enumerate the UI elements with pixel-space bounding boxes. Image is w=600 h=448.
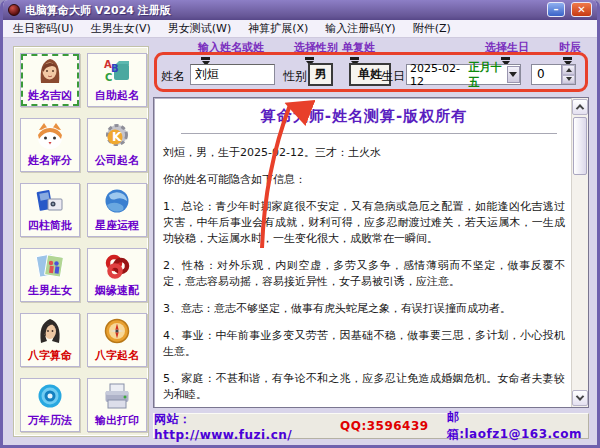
scroll-up-icon[interactable]	[572, 99, 588, 115]
woman-face-icon	[35, 56, 65, 86]
birthday-lunar-value: 正月十五	[469, 60, 507, 90]
menu-item-birthday-code[interactable]: 生日密码(U)	[13, 21, 74, 36]
sidebar-item-label: 姻缘速配	[95, 283, 139, 298]
spin-up-icon[interactable]	[562, 65, 575, 75]
gear-icon: K	[102, 121, 132, 151]
svg-text:K: K	[112, 130, 122, 144]
sidebar-item-label: 姓名吉凶	[28, 88, 72, 103]
hour-value: 0	[532, 65, 561, 84]
sidebar-item-name-fortune[interactable]: 姓名吉凶	[20, 53, 80, 107]
menu-bar: 生日密码(U) 生男生女(V) 男女测试(W) 神算扩展(X) 输入注册码(Y)…	[3, 20, 597, 38]
svg-text:C: C	[105, 72, 112, 83]
blue-rings-icon	[35, 381, 65, 411]
name-label: 姓名	[161, 68, 185, 85]
result-text: 算命大师-姓名测算-版权所有 刘烜，男，生于2025-02-12。三才：土火水 …	[154, 98, 571, 407]
title-bar: 电脑算命大师 V2024 注册版 – ✕	[3, 0, 597, 20]
sidebar: 姓名吉凶 ABC 自助起名 姓名评分 K 公司起名 四柱简批 星座运程 生男生女	[13, 46, 149, 437]
sidebar-item-horoscope[interactable]: 星座运程	[87, 183, 147, 237]
result-summary-line: 刘烜，男，生于2025-02-12。三才：土火水	[163, 145, 565, 161]
sidebar-item-label: 姓名评分	[28, 153, 72, 168]
close-button[interactable]: ✕	[571, 2, 592, 17]
hour-spinner[interactable]: 0	[531, 64, 576, 85]
result-paragraph: 1、总论：青少年时期家庭很不安定，又有急病或急厄之配置，如能逢凶化吉逃过灾害，中…	[163, 199, 565, 247]
vertical-scrollbar[interactable]	[571, 98, 588, 407]
sidebar-item-label: 四柱简批	[28, 218, 72, 233]
sidebar-item-four-pillars[interactable]: 四柱简批	[20, 183, 80, 237]
book-photo-icon	[35, 186, 65, 216]
gender-label: 性别	[283, 68, 307, 85]
qq-text: QQ:3596439	[340, 419, 429, 433]
scrollbar-thumb[interactable]	[573, 117, 587, 175]
cat-icon	[35, 121, 65, 151]
compass-icon	[102, 316, 132, 346]
hint-select-birthday: 选择生日	[485, 40, 529, 55]
naming-folder-icon: ABC	[102, 56, 132, 86]
result-paragraph: 3、意志：意志不够坚定，做事有虎头蛇尾之象，有误打误撞而成功者。	[163, 301, 565, 317]
result-paragraph: 5、家庭：不甚和谐，有争论不和之兆，应多忍让免造成婚姻危机。女命者夫妻较为和睦。	[163, 371, 565, 403]
name-input[interactable]	[190, 64, 275, 85]
window-title: 电脑算命大师 V2024 注册版	[25, 3, 171, 18]
printer-icon	[102, 381, 132, 411]
menu-item-gender-test[interactable]: 男女测试(W)	[168, 21, 231, 36]
sidebar-item-label: 自助起名	[95, 88, 139, 103]
email-text: 邮箱:laofz1@163.com	[447, 409, 588, 443]
sidebar-item-label: 八字起名	[95, 348, 139, 363]
birthday-combobox[interactable]: 2025-02-12 正月十五	[406, 64, 521, 85]
sidebar-item-label: 输出打印	[95, 413, 139, 428]
spin-down-icon[interactable]	[562, 75, 575, 85]
sidebar-item-perpetual-calendar[interactable]: 万年历法	[20, 378, 80, 432]
sidebar-item-print-output[interactable]: 输出打印	[87, 378, 147, 432]
birthday-date-value: 2025-02-12	[410, 62, 466, 88]
sidebar-item-self-naming[interactable]: ABC 自助起名	[87, 53, 147, 107]
hint-enter-name: 输入姓名或姓	[198, 40, 264, 55]
sidebar-item-name-score[interactable]: 姓名评分	[20, 118, 80, 172]
app-icon	[8, 4, 20, 16]
menu-item-register-code[interactable]: 输入注册码(Y)	[325, 21, 395, 36]
menu-item-extension[interactable]: 神算扩展(X)	[248, 21, 308, 36]
sidebar-item-label: 万年历法	[28, 413, 72, 428]
sidebar-item-company-naming[interactable]: K 公司起名	[87, 118, 147, 172]
sidebar-item-label: 八字算命	[28, 348, 72, 363]
minimize-button[interactable]: –	[547, 2, 565, 17]
result-heading: 算命大师-姓名测算-版权所有	[163, 107, 565, 126]
sidebar-item-label: 生男生女	[28, 283, 72, 298]
result-intro-line: 你的姓名可能隐含如下信息：	[163, 172, 565, 188]
menu-item-boy-girl[interactable]: 生男生女(V)	[91, 21, 151, 36]
result-paragraph: 4、事业：中年前事业多变又劳苦，因基础不稳，做事要三思，多计划，小心投机生意。	[163, 328, 565, 360]
dropdown-arrow-icon[interactable]	[507, 66, 520, 83]
result-panel: 算命大师-姓名测算-版权所有 刘烜，男，生于2025-02-12。三才：土火水 …	[153, 97, 589, 408]
red-knot-icon	[102, 251, 132, 281]
hint-surname-type: 单复姓	[342, 40, 375, 55]
sidebar-item-bazi-naming[interactable]: 八字起名	[87, 313, 147, 367]
scroll-down-icon[interactable]	[572, 390, 588, 406]
globe-icon	[102, 186, 132, 216]
result-paragraph: 2、性格：对外乐观，内则空虚，多劳又多争，感情薄弱而不坚定，做事反覆不定，意志容…	[163, 258, 565, 290]
app-window: 电脑算命大师 V2024 注册版 – ✕ 生日密码(U) 生男生女(V) 男女测…	[0, 0, 600, 448]
portrait-icon	[35, 316, 65, 346]
sidebar-item-label: 公司起名	[95, 153, 139, 168]
heading-divider	[181, 133, 557, 134]
menu-item-attachment[interactable]: 附件(Z)	[413, 21, 451, 36]
sidebar-item-marriage-match[interactable]: 姻缘速配	[87, 248, 147, 302]
hint-select-gender: 选择性别	[294, 40, 338, 55]
sidebar-item-boy-or-girl[interactable]: 生男生女	[20, 248, 80, 302]
family-photos-icon	[35, 251, 65, 281]
sidebar-item-bazi-fortune[interactable]: 八字算命	[20, 313, 80, 367]
contact-bar: 网站：http://www.fuzi.cn/ QQ:3596439 邮箱:lao…	[153, 413, 589, 439]
website-text: 网站：http://www.fuzi.cn/	[154, 411, 322, 442]
sidebar-item-label: 星座运程	[95, 218, 139, 233]
birthday-label: 生日	[381, 68, 405, 85]
gender-button[interactable]: 男	[308, 63, 333, 86]
hint-hour: 时辰	[559, 40, 581, 55]
